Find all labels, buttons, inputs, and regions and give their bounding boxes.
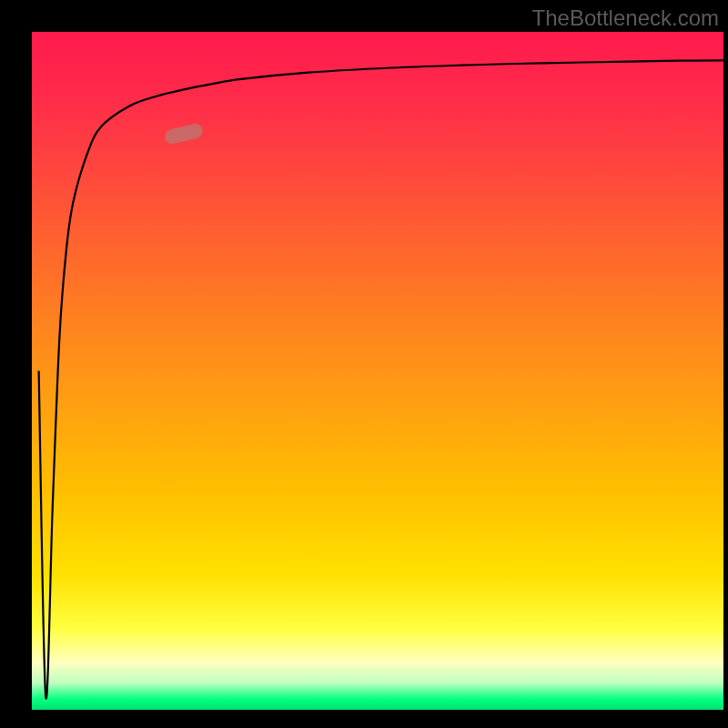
watermark-text: TheBottleneck.com [532,5,719,31]
bottleneck-curve [39,60,723,698]
curve-svg [32,32,723,710]
